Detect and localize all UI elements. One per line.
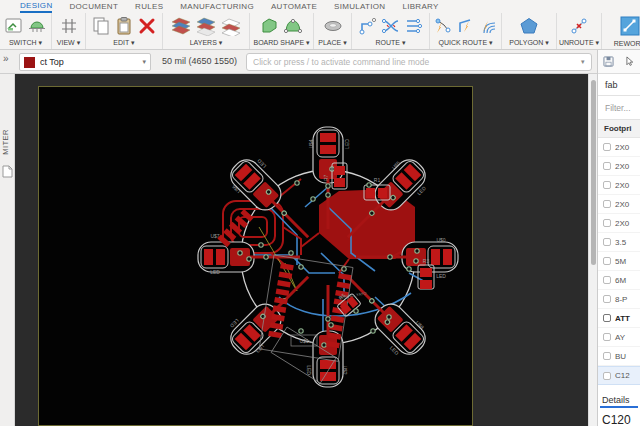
layers-stack-icon[interactable] xyxy=(195,16,217,36)
group-layers: LAYERS ▾ xyxy=(163,13,250,49)
details-tab[interactable]: Details xyxy=(598,389,640,405)
quick-route-bus-icon[interactable] xyxy=(479,16,499,36)
footprint-list-item[interactable]: 6M xyxy=(598,271,640,290)
layers-button[interactable]: LAYERS ▾ xyxy=(190,39,223,47)
footprint-list-item[interactable]: 2X0 xyxy=(598,176,640,195)
switch-button[interactable]: SWITCH ▾ xyxy=(9,39,42,47)
checkbox[interactable] xyxy=(603,162,611,170)
group-polygon: POLYGON ▾ xyxy=(502,13,557,49)
copy-icon[interactable] xyxy=(91,16,111,36)
layer-selector-value: ct Top xyxy=(40,57,137,67)
rework-icon[interactable] xyxy=(619,16,640,36)
switch-document-icon[interactable] xyxy=(4,16,24,36)
svg-text:R7: R7 xyxy=(323,174,329,181)
save-icon[interactable] xyxy=(602,55,615,68)
polygon-button[interactable]: POLYGON ▾ xyxy=(509,39,549,47)
filter-input[interactable]: Filter... xyxy=(598,96,640,120)
board-outline-icon[interactable] xyxy=(260,16,280,36)
checkbox[interactable] xyxy=(603,372,611,380)
collapse-panel-icon[interactable]: » xyxy=(3,54,9,64)
grid-coordinate-readout: 50 mil (4650 1550) xyxy=(162,56,237,66)
checkbox[interactable] xyxy=(603,314,611,322)
checkbox[interactable] xyxy=(603,333,611,341)
checkbox[interactable] xyxy=(603,257,611,265)
footprint-list-item-selected[interactable]: C12 xyxy=(598,366,640,385)
chevron-down-icon: ▾ xyxy=(142,58,146,66)
command-line-input[interactable] xyxy=(246,53,592,71)
layers-icon[interactable] xyxy=(170,16,192,36)
command-bar: » ct Top ▾ 50 mil (4650 1550) ▾ xyxy=(0,50,640,74)
route-trace-icon[interactable] xyxy=(358,16,378,36)
u1-label: U$1 xyxy=(299,338,308,344)
tab-rules[interactable]: RULES xyxy=(135,2,163,11)
group-route: ROUTE ▾ xyxy=(352,13,430,49)
details-title: C120 xyxy=(598,408,640,426)
layer-selector[interactable]: ct Top ▾ xyxy=(19,53,151,71)
unroute-icon[interactable] xyxy=(569,16,589,36)
tab-manufacturing[interactable]: MANUFACTURING xyxy=(180,2,254,11)
board-curve-icon[interactable] xyxy=(283,16,303,36)
footprint-list-item[interactable]: 2X0 xyxy=(598,195,640,214)
footprint-list-item[interactable]: 3.5 xyxy=(598,233,640,252)
checkbox[interactable] xyxy=(603,295,611,303)
checkbox[interactable] xyxy=(603,352,611,360)
footprint-list-item[interactable]: BU xyxy=(598,347,640,366)
grid-icon[interactable] xyxy=(59,16,79,36)
library-dropdown[interactable]: fab xyxy=(598,74,640,96)
library-dropdown-value: fab xyxy=(605,80,618,90)
rework-button[interactable]: REWORK xyxy=(614,40,640,47)
checkbox[interactable] xyxy=(603,238,611,246)
layer-color-swatch xyxy=(24,57,35,68)
refdes-label: U$4 xyxy=(308,139,314,148)
checkbox[interactable] xyxy=(603,181,611,189)
quick-route-button[interactable]: QUICK ROUTE ▾ xyxy=(438,39,492,47)
board-sheet[interactable]: U$4 LED U$5 LED U$ xyxy=(38,86,473,426)
checkbox[interactable] xyxy=(603,143,611,151)
library-panel: fab Filter... Footpri 2X0 2X0 2X0 2X0 2X… xyxy=(597,50,640,426)
footprint-list-item[interactable]: 2X0 xyxy=(598,157,640,176)
ribbon-tabs: DESIGN DOCUMENT RULES MANUFACTURING AUTO… xyxy=(0,0,640,13)
polygon-icon[interactable] xyxy=(518,16,540,36)
miter-panel-tab[interactable]: MITER xyxy=(1,129,10,155)
document-page-icon[interactable] xyxy=(2,164,13,182)
group-place: PLACE ▾ xyxy=(314,13,352,49)
board-shape-button[interactable]: BOARD SHAPE ▾ xyxy=(253,39,309,47)
switch-board-icon[interactable] xyxy=(27,16,47,36)
delete-icon[interactable] xyxy=(137,16,157,36)
tab-simulation[interactable]: SIMULATION xyxy=(334,2,385,11)
footprint-list-item[interactable]: ATT xyxy=(598,309,640,328)
tab-design[interactable]: DESIGN xyxy=(20,1,52,13)
refdes-label: U$0 xyxy=(436,237,445,243)
footprint-list-item[interactable]: 2X0 xyxy=(598,214,640,233)
route-diff-pair-icon[interactable] xyxy=(381,16,401,36)
route-multi-icon[interactable] xyxy=(404,16,424,36)
footprint-list-item[interactable]: AY xyxy=(598,328,640,347)
scrollbar-thumb[interactable] xyxy=(591,80,596,265)
checkbox[interactable] xyxy=(603,200,611,208)
command-history-chevron-icon[interactable]: ▾ xyxy=(581,58,585,66)
paste-icon[interactable] xyxy=(114,16,134,36)
tab-document[interactable]: DOCUMENT xyxy=(69,2,118,11)
view-button[interactable]: VIEW ▾ xyxy=(57,39,80,47)
place-pad-icon[interactable] xyxy=(322,16,344,36)
edit-button[interactable]: EDIT ▾ xyxy=(113,39,134,47)
quick-route-corner-icon[interactable] xyxy=(456,16,476,36)
cursor-icon[interactable] xyxy=(623,55,636,68)
left-collapsed-panel: MITER xyxy=(0,74,15,426)
layer-settings-icon[interactable] xyxy=(220,16,242,36)
footprint-list-item[interactable]: 8-P xyxy=(598,290,640,309)
place-button[interactable]: PLACE ▾ xyxy=(318,39,346,47)
route-button[interactable]: ROUTE ▾ xyxy=(376,39,406,47)
checkbox[interactable] xyxy=(603,276,611,284)
quick-route-net-icon[interactable] xyxy=(433,16,453,36)
svg-text:R1: R1 xyxy=(374,177,381,183)
unroute-button[interactable]: UNROUTE ▾ xyxy=(559,39,599,47)
pcb-canvas[interactable]: U$4 LED U$5 LED U$ xyxy=(15,74,588,426)
connector-pad-strip-left xyxy=(268,263,294,338)
tab-library[interactable]: LIBRARY xyxy=(402,2,438,11)
tab-automate[interactable]: AUTOMATE xyxy=(271,2,317,11)
footprint-list-item[interactable]: 2X0 xyxy=(598,138,640,157)
group-board-shape: BOARD SHAPE ▾ xyxy=(250,13,314,49)
checkbox[interactable] xyxy=(603,219,611,227)
footprint-list-item[interactable]: 5M xyxy=(598,252,640,271)
